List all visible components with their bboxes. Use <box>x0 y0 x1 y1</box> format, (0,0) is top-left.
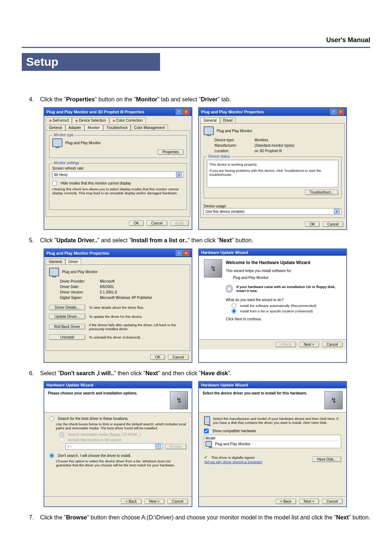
refresh-rate-label: Screen refresh rate: <box>52 166 184 170</box>
back-button[interactable]: < Back <box>275 499 296 504</box>
monitor-icon <box>204 126 214 135</box>
tab-general[interactable]: General <box>200 117 220 123</box>
show-compatible-checkbox[interactable] <box>204 429 209 433</box>
step-7: 7. Click the "Browse" button then choose… <box>29 514 370 522</box>
next-button[interactable]: Next > <box>299 499 319 504</box>
tab-driver[interactable]: Driver <box>220 117 236 123</box>
manual-title: User's Manual <box>326 36 370 44</box>
radio-dont-search[interactable] <box>49 453 54 458</box>
ok-button[interactable]: OK <box>150 355 165 360</box>
wizard-icon <box>204 259 222 278</box>
wizard-icon <box>170 391 188 409</box>
group-monitor-settings: Monitor settings <box>52 161 81 165</box>
cancel-button[interactable]: Cancel <box>147 220 167 226</box>
close-icon[interactable]: ✕ <box>183 109 189 115</box>
tab-color-correction[interactable]: ◈Color Correction <box>109 117 146 123</box>
chip-icon: ◈ <box>113 118 115 122</box>
chip-icon: ◈ <box>49 118 52 122</box>
cancel-button[interactable]: Cancel <box>322 499 343 504</box>
driver-details-button[interactable]: Driver Details... <box>49 305 85 310</box>
step-4: 4. Click the "Properties" button on the … <box>29 96 370 104</box>
step-number: 4. <box>29 96 38 104</box>
apply-button: Apply <box>170 220 189 226</box>
radio-search-best[interactable] <box>49 416 54 421</box>
tab-troubleshoot[interactable]: Troubleshoot <box>103 125 131 130</box>
monitor-icon <box>204 416 210 425</box>
refresh-rate-select[interactable]: 60 Hertz ▾ <box>52 171 184 178</box>
shield-icon: ✔ <box>204 455 208 460</box>
tab-geforce3[interactable]: ◈GeForce3 <box>46 117 72 123</box>
cancel-button[interactable]: Cancel <box>323 222 343 227</box>
help-icon[interactable]: ? <box>176 250 182 256</box>
monitor-name: Plug and Play Monitor <box>65 141 101 145</box>
tab-device-selection[interactable]: ◈Device Selection <box>72 117 109 123</box>
uninstall-button[interactable]: Uninstall <box>49 335 85 340</box>
model-listbox[interactable]: Model Plug and Play Monitor <box>204 435 341 448</box>
tab-monitor[interactable]: Monitor <box>85 125 103 130</box>
step-6: 6. Select "Don't search ,I will.." then … <box>29 369 370 377</box>
ok-button[interactable]: OK <box>129 220 143 226</box>
tab-general[interactable]: General <box>46 259 65 264</box>
have-disk-button[interactable]: Have Disk... <box>312 457 341 462</box>
radio-install-list[interactable] <box>232 309 236 313</box>
step-5: 5. Click "Update Driver.." and select "I… <box>29 236 370 244</box>
device-usage-select[interactable]: Use this device (enable) ▾ <box>204 208 342 215</box>
hide-modes-checkbox[interactable] <box>52 181 57 186</box>
close-icon[interactable]: ✕ <box>183 250 189 256</box>
troubleshoot-button[interactable]: Troubleshoot... <box>305 190 338 195</box>
dialog-monitor-tab: Plug and Play Monitor and 3D Prophet III… <box>44 107 192 230</box>
next-button[interactable]: Next > <box>144 499 164 504</box>
wizard-heading: Select the device driver you want to ins… <box>203 391 307 395</box>
chip-icon: ◈ <box>75 118 78 122</box>
page-header: User's Manual <box>22 0 370 48</box>
chk-removable-media <box>60 432 64 437</box>
help-icon[interactable]: ? <box>330 109 337 115</box>
tab-adapter[interactable]: Adapter <box>65 125 85 130</box>
device-status-text: This device is working properly. If you … <box>207 160 338 187</box>
cd-icon <box>226 285 233 293</box>
help-icon[interactable]: ? <box>176 109 182 115</box>
location-path-combo: A:\▾ <box>65 443 163 450</box>
cancel-button[interactable]: Cancel <box>168 355 189 360</box>
monitor-icon <box>205 441 212 447</box>
next-button[interactable]: Next > <box>299 342 319 347</box>
ok-button[interactable]: OK <box>305 222 319 227</box>
monitor-icon <box>52 138 62 147</box>
chevron-down-icon[interactable]: ▾ <box>176 172 182 177</box>
wizard-search-options: Hardware Update Wizard Please choose you… <box>44 381 192 507</box>
back-button: < Back <box>275 342 296 347</box>
wizard-select-driver: Hardware Update Wizard Select the device… <box>198 381 347 507</box>
driver-signing-link[interactable]: Tell me why driver signing is important <box>204 460 262 464</box>
chk-include-location <box>60 438 64 442</box>
chevron-down-icon[interactable]: ▾ <box>334 209 340 214</box>
close-icon[interactable]: ✕ <box>338 109 344 115</box>
tab-general[interactable]: General <box>46 125 65 130</box>
dialog-monitor-properties-general: Plug and Play Monitor Properties ? ✕ Gen… <box>198 107 347 230</box>
wizard-heading: Welcome to the Hardware Update Wizard <box>226 260 341 265</box>
properties-button[interactable]: Properties <box>158 149 184 155</box>
wizard-icon <box>324 391 343 409</box>
dialog-monitor-properties-driver: Plug and Play Monitor Properties ? ✕ Gen… <box>44 248 192 363</box>
wizard-heading: Please choose your search and installati… <box>48 391 138 395</box>
hide-modes-help: Clearing this check box allows you to se… <box>52 187 184 195</box>
titlebar: Plug and Play Monitor and 3D Prophet III… <box>44 108 192 116</box>
wizard-welcome: Hardware Update Wizard Welcome to the Ha… <box>198 248 347 363</box>
tab-color-management[interactable]: Color Management <box>131 125 168 130</box>
section-heading: Setup <box>22 53 160 71</box>
browse-button: Browse <box>165 444 187 449</box>
cancel-button[interactable]: Cancel <box>322 342 343 347</box>
back-button[interactable]: < Back <box>121 499 142 504</box>
update-driver-button[interactable]: Update Driver... <box>49 314 85 319</box>
group-monitor-type: Monitor type <box>52 133 75 137</box>
rollback-driver-button[interactable]: Roll Back Driver <box>49 324 85 329</box>
radio-install-auto[interactable] <box>232 303 236 308</box>
monitor-icon <box>49 268 59 276</box>
tab-driver[interactable]: Driver <box>65 259 82 264</box>
cancel-button[interactable]: Cancel <box>167 499 188 504</box>
chevron-down-icon: ▾ <box>155 444 161 449</box>
